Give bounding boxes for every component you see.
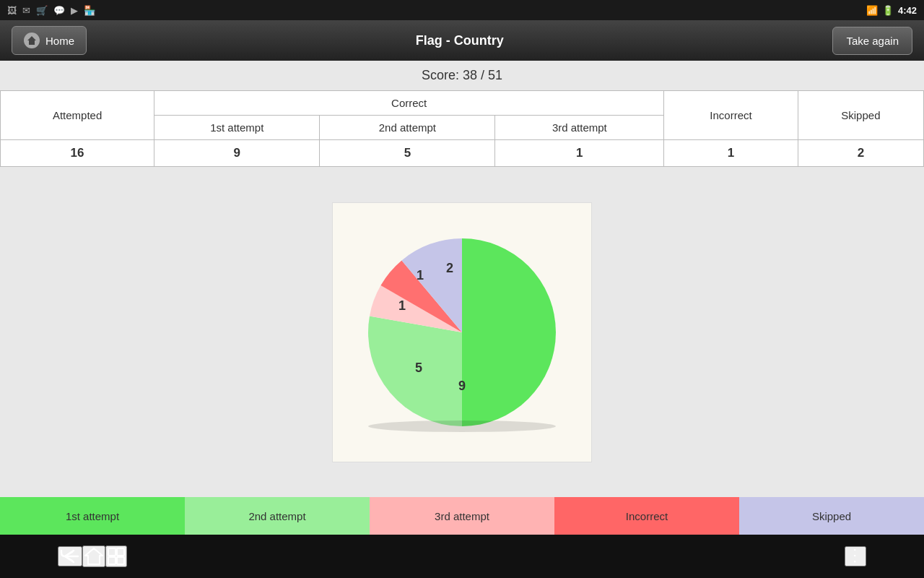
wifi-icon: 📶 — [866, 5, 878, 16]
legend-incorrect: Incorrect — [554, 497, 739, 535]
gallery-icon: 🖼 — [7, 5, 17, 16]
home-button[interactable]: Home — [12, 26, 87, 55]
home-icon — [27, 35, 37, 46]
label-second-attempt: 5 — [415, 361, 422, 375]
svg-rect-2 — [108, 548, 116, 556]
talk-icon: 💬 — [53, 5, 65, 16]
legend-incorrect-label: Incorrect — [626, 510, 668, 522]
legend-third-attempt: 3rd attempt — [370, 497, 554, 535]
svg-marker-1 — [85, 548, 103, 564]
pie-chart: 9 5 1 1 2 — [350, 220, 574, 444]
svg-marker-0 — [27, 36, 36, 45]
status-bar-right: 📶 🔋 4:42 — [866, 5, 917, 16]
third-attempt-header: 3rd attempt — [495, 116, 664, 140]
video-icon: ▶ — [71, 5, 78, 16]
svg-rect-4 — [108, 557, 116, 564]
status-bar-left: 🖼 ✉ 🛒 💬 ▶ 🏪 — [7, 5, 95, 16]
segment-first-attempt — [462, 238, 556, 426]
skipped-header: Skipped — [798, 91, 923, 140]
more-options-button[interactable]: ··· — [845, 546, 866, 566]
attempted-header: Attempted — [1, 91, 154, 140]
stats-table: Attempted Correct Incorrect Skipped 1st … — [0, 90, 924, 167]
label-third-attempt: 1 — [398, 298, 406, 313]
home-label: Home — [45, 35, 74, 47]
incorrect-value: 1 — [664, 140, 798, 167]
legend-skipped: Skipped — [739, 497, 924, 535]
incorrect-header: Incorrect — [664, 91, 798, 140]
svg-rect-5 — [117, 557, 124, 564]
chart-shadow — [368, 420, 556, 432]
take-again-button[interactable]: Take again — [832, 27, 912, 55]
battery-icon: 🔋 — [882, 5, 894, 16]
first-attempt-value: 9 — [154, 140, 320, 167]
nav-bar: Home Flag - Country Take again — [0, 20, 924, 61]
svg-rect-3 — [117, 548, 124, 556]
back-icon — [59, 548, 81, 565]
pie-chart-container: 9 5 1 1 2 — [332, 202, 592, 462]
nav-title: Flag - Country — [416, 33, 504, 48]
correct-header: Correct — [154, 91, 664, 116]
label-incorrect: 1 — [417, 268, 424, 282]
third-attempt-value: 1 — [495, 140, 664, 167]
home-nav-button[interactable] — [82, 545, 105, 567]
back-button[interactable] — [58, 546, 82, 566]
store-icon: 🛒 — [36, 5, 48, 16]
skipped-value: 2 — [798, 140, 923, 167]
time-display: 4:42 — [898, 5, 917, 16]
recents-icon — [107, 547, 126, 566]
score-display: Score: 38 / 51 — [0, 61, 924, 90]
gmail-icon: ✉ — [22, 5, 30, 16]
shop-icon: 🏪 — [84, 5, 95, 16]
bottom-nav: ··· — [0, 535, 924, 578]
recents-button[interactable] — [105, 545, 127, 567]
status-bar: 🖼 ✉ 🛒 💬 ▶ 🏪 📶 🔋 4:42 — [0, 0, 924, 20]
legend-first-attempt-label: 1st attempt — [66, 510, 119, 522]
first-attempt-header: 1st attempt — [154, 116, 320, 140]
second-attempt-header: 2nd attempt — [320, 116, 495, 140]
label-skipped: 2 — [446, 261, 453, 275]
legend-bar: 1st attempt 2nd attempt 3rd attempt Inco… — [0, 497, 924, 535]
legend-skipped-label: Skipped — [812, 510, 851, 522]
legend-second-attempt-label: 2nd attempt — [248, 510, 305, 522]
legend-first-attempt: 1st attempt — [0, 497, 185, 535]
second-attempt-value: 5 — [320, 140, 495, 167]
label-first-attempt: 9 — [458, 379, 466, 393]
chart-area: 9 5 1 1 2 — [0, 167, 924, 497]
attempted-value: 16 — [1, 140, 154, 167]
home-nav-icon — [84, 547, 104, 566]
legend-second-attempt: 2nd attempt — [185, 497, 370, 535]
legend-third-attempt-label: 3rd attempt — [435, 510, 489, 522]
home-circle-icon — [24, 33, 40, 48]
